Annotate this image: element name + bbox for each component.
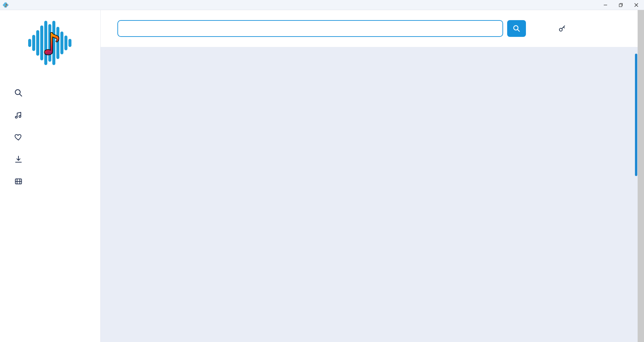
sidebar-item-search[interactable] bbox=[0, 82, 100, 104]
minimize-icon bbox=[603, 3, 607, 7]
scroll-down-icon[interactable] bbox=[638, 336, 644, 342]
key-icon bbox=[558, 24, 566, 33]
sidebar-nav bbox=[0, 82, 100, 192]
minimize-button[interactable] bbox=[598, 0, 613, 10]
app-logo-icon: ♪ bbox=[3, 2, 9, 8]
svg-text:♪: ♪ bbox=[42, 27, 61, 61]
window-titlebar: ♪ bbox=[0, 0, 644, 10]
music-notes-icon bbox=[14, 111, 23, 119]
search-header bbox=[101, 10, 644, 47]
results-area bbox=[101, 47, 644, 342]
close-icon bbox=[634, 3, 638, 7]
restore-icon bbox=[619, 3, 623, 7]
content-scrollbar-thumb[interactable] bbox=[635, 54, 637, 176]
film-icon bbox=[14, 177, 23, 186]
search-submit-button[interactable] bbox=[507, 20, 526, 37]
window-scrollbar[interactable] bbox=[638, 10, 644, 342]
register-button[interactable] bbox=[558, 24, 570, 33]
download-icon bbox=[14, 155, 23, 164]
search-icon bbox=[513, 24, 521, 33]
sidebar-item-downloads[interactable] bbox=[0, 148, 100, 170]
scroll-up-icon[interactable] bbox=[638, 10, 644, 16]
search-input[interactable] bbox=[117, 20, 503, 37]
heart-icon bbox=[14, 133, 23, 141]
maximize-restore-button[interactable] bbox=[613, 0, 629, 10]
search-icon bbox=[14, 89, 23, 97]
sidebar-item-player[interactable] bbox=[0, 170, 100, 192]
svg-text:♪: ♪ bbox=[5, 3, 8, 7]
sidebar-item-favorites[interactable] bbox=[0, 126, 100, 148]
sidebar-item-album-search[interactable] bbox=[0, 104, 100, 126]
sidebar: ♪ bbox=[0, 10, 101, 342]
close-button[interactable] bbox=[629, 0, 644, 10]
app-logo: ♪ bbox=[25, 19, 75, 66]
